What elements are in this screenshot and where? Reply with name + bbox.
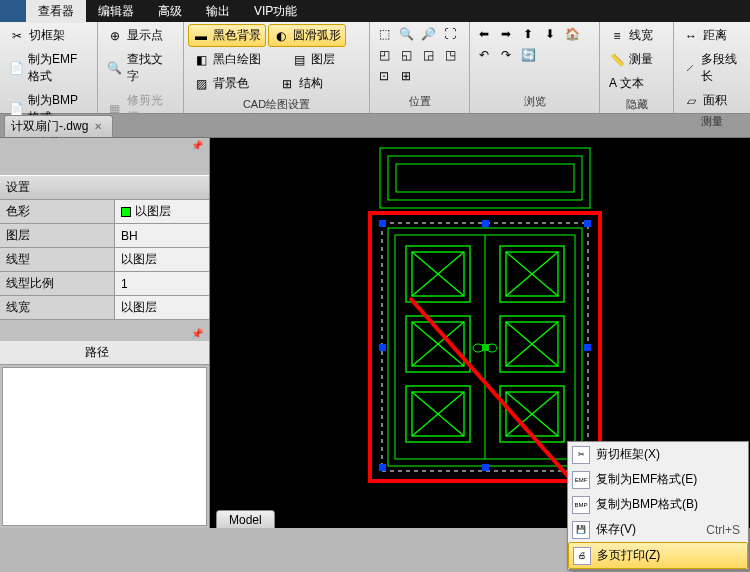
copy-emf-button[interactable]: 📄制为EMF格式	[4, 48, 93, 88]
file-tab[interactable]: 计双扇门-.dwg ✕	[4, 115, 113, 137]
bmp-icon: BMP	[572, 496, 590, 514]
group-label-cad: CAD绘图设置	[188, 95, 365, 114]
ruler-icon: 📏	[609, 52, 625, 68]
measure-button[interactable]: 📏测量	[604, 48, 669, 71]
show-points-button[interactable]: ⊕显示点	[102, 24, 179, 47]
down-icon[interactable]: ⬇	[540, 24, 560, 44]
app-logo	[0, 0, 26, 22]
zoom-in-icon[interactable]: 🔍	[396, 24, 416, 44]
pin-icon-2[interactable]: 📌	[0, 326, 209, 341]
nav-icon3[interactable]: ◱	[396, 45, 416, 65]
undo-icon[interactable]: ↶	[474, 45, 494, 65]
bw-draw-button[interactable]: ◧黑白绘图	[188, 48, 266, 71]
svg-rect-42	[482, 344, 489, 351]
svg-rect-34	[379, 220, 386, 227]
black-bg-button[interactable]: ▬黑色背景	[188, 24, 266, 47]
smooth-arc-button[interactable]: ◐圆滑弧形	[268, 24, 346, 47]
text-button[interactable]: A 文本	[604, 72, 669, 95]
prop-row-ltscale[interactable]: 线型比例1	[0, 272, 209, 296]
emf-icon: 📄	[9, 60, 24, 76]
prop-row-color[interactable]: 色彩以图层	[0, 200, 209, 224]
ctx-clip-frame[interactable]: ✂剪切框架(X)	[568, 442, 748, 467]
ctx-save[interactable]: 💾保存(V)Ctrl+S	[568, 517, 748, 542]
svg-rect-2	[396, 164, 574, 192]
ctx-copy-emf[interactable]: EMF复制为EMF格式(E)	[568, 467, 748, 492]
arc-icon: ◐	[273, 28, 289, 44]
prop-row-layer[interactable]: 图层BH	[0, 224, 209, 248]
scissors-icon: ✂	[9, 28, 25, 44]
ctx-multi-print[interactable]: 🖨多页打印(Z)	[568, 542, 748, 569]
area-icon: ▱	[683, 93, 699, 109]
path-header: 路径	[0, 341, 209, 365]
svg-rect-1	[388, 156, 582, 200]
prop-row-lineweight[interactable]: 线宽以图层	[0, 296, 209, 320]
clip-frame-button[interactable]: ✂切框架	[4, 24, 93, 47]
poly-icon: ⟋	[683, 60, 697, 76]
ribbon: ✂切框架 📄制为EMF格式 📄制为BMP格式 工具 ⊕显示点 🔍查找文字 ▦修剪…	[0, 22, 750, 114]
file-tabbar: 计双扇门-.dwg ✕	[0, 114, 750, 138]
bg-color-button[interactable]: ▨背景色	[188, 72, 254, 95]
menu-tab-vip[interactable]: VIP功能	[242, 0, 309, 23]
distance-button[interactable]: ↔距离	[678, 24, 746, 47]
menu-bar: 查看器 编辑器 高级 输出 VIP功能	[0, 0, 750, 22]
point-icon: ⊕	[107, 28, 123, 44]
rect-icon: ▬	[193, 28, 209, 44]
group-label-position: 位置	[374, 92, 465, 111]
group-label-browse: 浏览	[474, 92, 595, 111]
fit-icon[interactable]: ⛶	[440, 24, 460, 44]
shortcut-text: Ctrl+S	[706, 523, 740, 537]
nav-icon4[interactable]: ◲	[418, 45, 438, 65]
emf-icon: EMF	[572, 471, 590, 489]
properties-panel: 📌 设置 色彩以图层 图层BH 线型以图层 线型比例1 线宽以图层 📌 路径	[0, 138, 210, 528]
nav-icon6[interactable]: ⊡	[374, 66, 394, 86]
svg-rect-39	[379, 464, 386, 471]
nav-icon7[interactable]: ⊞	[396, 66, 416, 86]
polyline-button[interactable]: ⟋多段线长	[678, 48, 746, 88]
bw-icon: ◧	[193, 52, 209, 68]
zoom-out-icon[interactable]: 🔎	[418, 24, 438, 44]
search-icon: 🔍	[107, 60, 123, 76]
context-menu: ✂剪切框架(X) EMF复制为EMF格式(E) BMP复制为BMP格式(B) 💾…	[567, 441, 749, 570]
nav-icon5[interactable]: ◳	[440, 45, 460, 65]
tree-icon: ⊞	[279, 76, 295, 92]
svg-rect-40	[482, 464, 489, 471]
group-label-hide: 隐藏	[604, 95, 669, 114]
menu-tab-viewer[interactable]: 查看器	[26, 0, 86, 23]
printer-icon: 🖨	[573, 547, 591, 565]
menu-tab-advanced[interactable]: 高级	[146, 0, 194, 23]
file-tab-label: 计双扇门-.dwg	[11, 118, 88, 135]
trim-raster-button: ▦修剪光栅	[102, 89, 179, 129]
find-text-button[interactable]: 🔍查找文字	[102, 48, 179, 88]
close-icon[interactable]: ✕	[94, 121, 102, 132]
nav-icon[interactable]: ⬚	[374, 24, 394, 44]
scissors-icon: ✂	[572, 446, 590, 464]
line-icon: ≡	[609, 28, 625, 44]
menu-tab-editor[interactable]: 编辑器	[86, 0, 146, 23]
back-icon[interactable]: ⬅	[474, 24, 494, 44]
ctx-copy-bmp[interactable]: BMP复制为BMP格式(B)	[568, 492, 748, 517]
svg-rect-35	[482, 220, 489, 227]
properties-header: 设置	[0, 175, 209, 200]
redo-icon[interactable]: ↷	[496, 45, 516, 65]
dist-icon: ↔	[683, 28, 699, 44]
structure-button[interactable]: ⊞结构	[274, 72, 328, 95]
refresh-icon[interactable]: 🔄	[518, 45, 538, 65]
prop-row-linetype[interactable]: 线型以图层	[0, 248, 209, 272]
linewidth-button[interactable]: ≡线宽	[604, 24, 669, 47]
model-tab[interactable]: Model	[216, 510, 275, 528]
svg-rect-38	[584, 344, 591, 351]
up-icon[interactable]: ⬆	[518, 24, 538, 44]
group-label-measure: 测量	[678, 112, 746, 131]
color-swatch	[121, 207, 131, 217]
pin-icon[interactable]: 📌	[0, 138, 209, 153]
svg-rect-37	[379, 344, 386, 351]
nav-icon2[interactable]: ◰	[374, 45, 394, 65]
layer-button[interactable]: ▤图层	[286, 48, 340, 71]
home-icon[interactable]: 🏠	[562, 24, 582, 44]
layers-icon: ▤	[291, 52, 307, 68]
menu-tab-output[interactable]: 输出	[194, 0, 242, 23]
fill-icon: ▨	[193, 76, 209, 92]
area-button[interactable]: ▱面积	[678, 89, 746, 112]
svg-rect-0	[380, 148, 590, 208]
fwd-icon[interactable]: ➡	[496, 24, 516, 44]
